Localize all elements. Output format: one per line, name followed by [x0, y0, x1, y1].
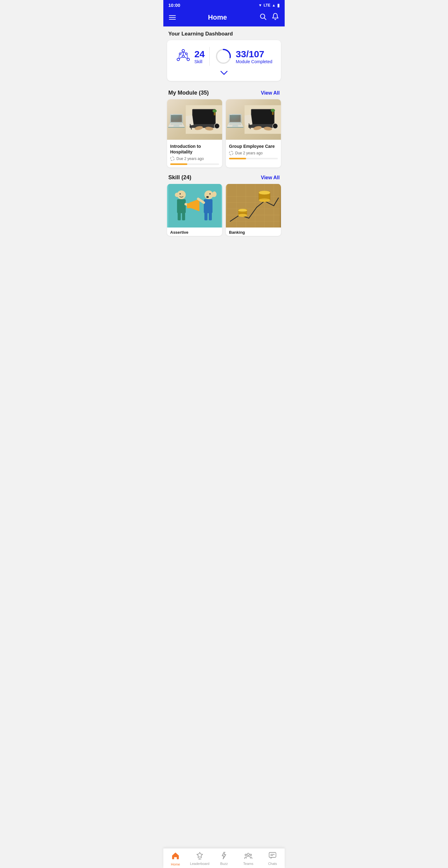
skill-card-assertive[interactable]: Assertive	[167, 184, 222, 236]
svg-rect-59	[209, 213, 212, 220]
assertive-image	[167, 184, 222, 227]
banking-label: Banking	[226, 227, 281, 236]
skill-view-all[interactable]: View All	[261, 175, 280, 181]
module-count: 33/107	[236, 49, 273, 59]
module-card-2-due: Due 2 years ago	[229, 151, 278, 155]
svg-rect-20	[190, 125, 218, 128]
module-card-1-due: Due 2 years ago	[170, 157, 219, 161]
svg-line-1	[264, 18, 266, 20]
svg-rect-60	[227, 184, 280, 227]
notification-icon[interactable]	[271, 13, 279, 22]
module-card-2[interactable]: Group Employee Care Due 2 years ago	[226, 99, 281, 167]
hamburger-line-1	[169, 15, 176, 16]
status-bar: 10:00 LTE	[163, 0, 285, 10]
banking-image	[226, 184, 281, 227]
svg-point-5	[182, 55, 184, 58]
skill-card-banking[interactable]: Banking	[226, 184, 281, 236]
svg-line-10	[184, 57, 188, 59]
my-module-header: My Module (35) View All	[163, 84, 285, 99]
svg-point-53	[212, 191, 217, 197]
progress-fill	[170, 163, 187, 165]
module-card-1-image	[167, 99, 222, 140]
skill-section-title: Skill (24)	[168, 174, 191, 181]
module-card-1-body: Introduction to Hospitality Due 2 years …	[167, 140, 222, 167]
svg-rect-50	[187, 203, 191, 208]
svg-point-2	[182, 50, 185, 52]
svg-rect-33	[245, 115, 252, 125]
svg-point-7	[185, 53, 187, 55]
wifi-icon	[258, 3, 262, 7]
module-card-1-title: Introduction to Hospitality	[170, 144, 219, 155]
svg-point-36	[273, 124, 278, 128]
svg-rect-48	[182, 213, 185, 220]
my-module-title: My Module (35)	[168, 90, 209, 96]
module-info: 33/107 Module Completed	[236, 49, 273, 64]
svg-point-74	[259, 191, 270, 194]
module-cards-row: Introduction to Hospitality Due 2 years …	[163, 99, 285, 169]
svg-rect-56	[204, 199, 213, 213]
assertive-label: Assertive	[167, 227, 222, 236]
hamburger-line-3	[169, 19, 176, 20]
skill-info: 24 Skill	[194, 49, 205, 64]
status-right: LTE	[258, 3, 280, 8]
skill-stat: 24 Skill	[176, 48, 205, 64]
module-card-1[interactable]: Introduction to Hospitality Due 2 years …	[167, 99, 222, 167]
svg-point-38	[271, 109, 275, 112]
skill-header: Skill (24) View All	[163, 169, 285, 184]
network-icon	[176, 48, 191, 64]
dashboard-section-title: Your Learning Dashboard	[163, 27, 285, 37]
svg-rect-31	[252, 110, 274, 124]
header: Home	[163, 10, 285, 27]
skill-label: Skill	[194, 59, 205, 64]
progress-fill-2	[229, 158, 246, 159]
skill-cards-row: Assertive	[163, 184, 285, 237]
svg-point-26	[213, 109, 217, 112]
signal-icon	[272, 3, 276, 7]
svg-point-55	[206, 196, 209, 198]
header-actions	[259, 13, 279, 22]
svg-line-9	[179, 57, 182, 59]
stat-divider	[210, 47, 210, 66]
dashboard-expand-button[interactable]	[173, 70, 275, 76]
svg-point-82	[238, 214, 247, 217]
module-card-2-progress	[229, 158, 278, 159]
due-circle-icon-2	[229, 151, 233, 155]
skill-count: 24	[194, 49, 205, 59]
svg-line-14	[187, 55, 188, 58]
learning-dashboard-card: 24 Skill 33/107 Module Completed	[167, 40, 281, 81]
dashboard-stats: 24 Skill 33/107 Module Completed	[173, 47, 275, 66]
main-content: Your Learning Dashboard	[163, 27, 285, 262]
svg-rect-58	[204, 213, 207, 220]
module-card-2-image	[226, 99, 281, 140]
svg-rect-45	[177, 199, 186, 213]
my-module-view-all[interactable]: View All	[261, 90, 280, 96]
module-card-2-body: Group Employee Care Due 2 years ago	[226, 140, 281, 162]
svg-line-13	[179, 55, 180, 58]
svg-point-24	[215, 124, 219, 128]
svg-point-83	[238, 209, 247, 212]
svg-point-44	[180, 193, 181, 194]
module-label: Module Completed	[236, 59, 273, 64]
status-time: 10:00	[168, 2, 180, 8]
search-icon[interactable]	[259, 13, 267, 22]
module-card-2-title: Group Employee Care	[229, 144, 278, 149]
hamburger-line-2	[169, 17, 176, 18]
svg-rect-19	[193, 110, 215, 124]
svg-rect-47	[178, 213, 181, 220]
svg-point-6	[179, 53, 181, 55]
module-progress-circle	[215, 48, 232, 65]
lte-label: LTE	[263, 3, 270, 7]
svg-point-54	[210, 193, 211, 194]
due-circle-icon	[170, 157, 174, 161]
svg-line-12	[183, 52, 186, 53]
svg-point-43	[175, 193, 179, 197]
battery-icon	[277, 3, 280, 8]
module-stat: 33/107 Module Completed	[215, 48, 273, 65]
module-card-1-progress	[170, 163, 219, 165]
hamburger-menu[interactable]	[169, 15, 176, 20]
header-title: Home	[208, 13, 227, 22]
svg-rect-21	[186, 115, 193, 126]
svg-line-11	[181, 52, 183, 53]
